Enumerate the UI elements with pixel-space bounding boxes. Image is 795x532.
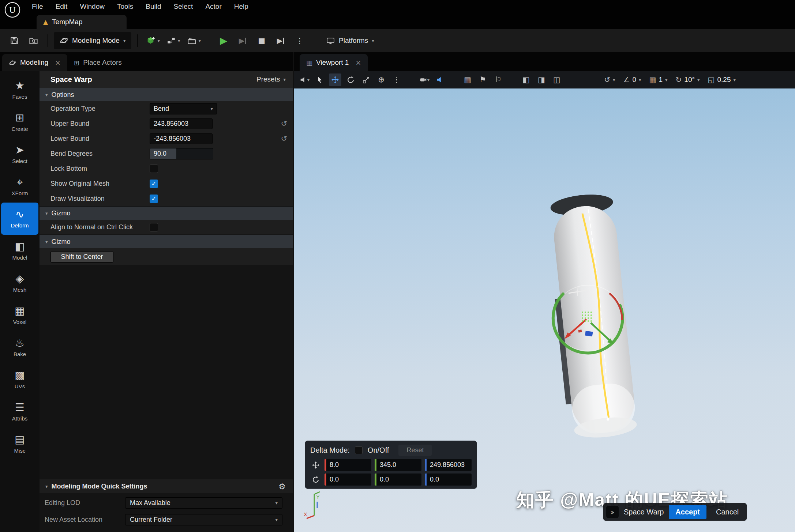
play-options-kebab[interactable]: ⋮: [291, 32, 308, 49]
delta-move-x-input[interactable]: 8.0: [325, 459, 371, 471]
flag-outline-icon[interactable]: ⚐: [492, 73, 505, 86]
sidebar-item-deform[interactable]: ∿Deform: [1, 203, 38, 235]
tab-viewport-1[interactable]: ▦ Viewport 1 ×: [300, 54, 368, 71]
draw-visualization-checkbox[interactable]: [150, 195, 158, 203]
gear-icon[interactable]: ⚙: [278, 482, 286, 491]
tool-accept-bar: » Space Warp Accept Cancel: [603, 503, 747, 521]
menu-window[interactable]: Window: [74, 0, 111, 13]
select-tool-button[interactable]: [314, 73, 326, 86]
surface-snap-dropdown[interactable]: ∠0▾: [623, 75, 641, 84]
section-gizmo-2[interactable]: ▾Gizmo: [40, 235, 293, 248]
platforms-dropdown[interactable]: Platforms ▾: [320, 32, 380, 49]
grid-snap-dropdown[interactable]: ▦1▾: [649, 75, 668, 84]
misc-icon: ▤: [15, 434, 25, 445]
menu-select[interactable]: Select: [168, 0, 199, 13]
menu-build[interactable]: Build: [139, 0, 167, 13]
camera-options-dropdown[interactable]: ▾: [418, 73, 431, 86]
show-original-mesh-checkbox[interactable]: [150, 180, 158, 188]
menu-help[interactable]: Help: [228, 0, 255, 13]
delta-move-y-input[interactable]: 345.0: [375, 459, 421, 471]
ue-logo-icon[interactable]: U: [4, 2, 20, 18]
lock-bottom-checkbox[interactable]: [150, 165, 158, 173]
align-to-normal-checkbox[interactable]: [150, 223, 158, 231]
flag-filled-icon[interactable]: ⚑: [477, 73, 489, 86]
section-options[interactable]: ▾Options: [40, 88, 293, 101]
collapse-triangle-icon: ▾: [45, 239, 48, 245]
delta-move-z-input[interactable]: 249.856003: [425, 459, 472, 471]
split-left-button[interactable]: ◧: [520, 73, 532, 86]
split-right-button[interactable]: ◨: [535, 73, 548, 86]
move-tool-button[interactable]: [329, 73, 341, 86]
content-browser-button[interactable]: [25, 32, 42, 49]
sidebar-item-xform[interactable]: ⌖XForm: [0, 170, 40, 203]
stop-button[interactable]: ■: [253, 32, 270, 49]
tab-tempmap[interactable]: ▲ TempMap: [37, 15, 127, 29]
gizmo-snap-dropdown[interactable]: ↺▾: [604, 75, 615, 84]
grid-icon: ▦: [649, 75, 656, 84]
sidebar-item-voxel[interactable]: ▦Voxel: [0, 299, 40, 331]
editing-lod-dropdown[interactable]: Max Available▾: [125, 497, 282, 509]
reset-to-default-icon[interactable]: ↺: [281, 119, 287, 128]
sidebar-item-mesh[interactable]: ◈Mesh: [0, 267, 40, 299]
play-button[interactable]: ▶: [215, 32, 232, 49]
scale-tool-button[interactable]: [360, 73, 372, 86]
sidebar-item-attribs[interactable]: ☰Attribs: [0, 396, 40, 428]
world-local-toggle[interactable]: ⊕: [375, 73, 387, 86]
reset-to-default-icon[interactable]: ↺: [281, 134, 287, 143]
transform-kebab-icon[interactable]: ⋮: [390, 73, 403, 86]
rotate-tool-button[interactable]: [344, 73, 357, 86]
add-actor-dropdown[interactable]: ▾: [143, 32, 162, 49]
close-icon[interactable]: ×: [355, 59, 361, 67]
editor-mode-dropdown[interactable]: Modeling Mode ▾: [54, 32, 131, 49]
save-button[interactable]: [6, 32, 23, 49]
menu-file[interactable]: File: [26, 0, 49, 13]
close-icon[interactable]: ×: [55, 59, 61, 67]
marquee-select-button[interactable]: ▦: [461, 73, 474, 86]
presets-dropdown[interactable]: Presets▾: [256, 75, 286, 83]
new-asset-location-dropdown[interactable]: Current Folder▾: [125, 514, 282, 525]
bend-degrees-slider[interactable]: 90.0: [150, 148, 213, 159]
chevron-down-icon: ▾: [733, 77, 736, 83]
section-gizmo[interactable]: ▾Gizmo: [40, 206, 293, 220]
sidebar-item-misc[interactable]: ▤Misc: [0, 428, 40, 460]
chevron-down-icon: ▾: [372, 38, 374, 44]
tab-modeling[interactable]: Modeling ×: [2, 54, 67, 71]
sidebar-item-create[interactable]: ⊞Create: [0, 106, 40, 138]
skip-to-next-button[interactable]: ▶: [234, 32, 251, 49]
audio-toggle-button[interactable]: [434, 73, 446, 86]
lower-bound-input[interactable]: [150, 133, 213, 144]
blueprints-dropdown[interactable]: ▾: [164, 32, 183, 49]
sidebar-item-label: UVs: [15, 383, 25, 389]
menu-actor[interactable]: Actor: [199, 0, 228, 13]
shift-to-center-button[interactable]: Shift to Center: [50, 251, 113, 263]
delta-rotate-x-input[interactable]: 0.0: [325, 473, 371, 486]
modeling-tab-icon: [9, 59, 16, 67]
rotation-snap-dropdown[interactable]: ↻10°▾: [676, 75, 700, 84]
tab-place-actors[interactable]: ⊞ Place Actors: [67, 54, 128, 71]
scale-snap-dropdown[interactable]: ◱0.25▾: [708, 75, 736, 84]
menu-tools[interactable]: Tools: [111, 0, 139, 13]
upper-bound-input[interactable]: [150, 118, 213, 129]
delta-rotate-y-input[interactable]: 0.0: [375, 473, 421, 486]
cinematics-dropdown[interactable]: ▾: [185, 32, 203, 49]
cancel-button[interactable]: Cancel: [712, 505, 743, 519]
quick-settings-header[interactable]: ▾ Modeling Mode Quick Settings ⚙: [40, 479, 293, 493]
chevron-down-icon: ▾: [307, 77, 310, 83]
sidebar-item-select[interactable]: ➤Select: [0, 138, 40, 170]
viewport-3d-canvas[interactable]: Delta Mode: On/Off Reset 8.0 345.0 249.8…: [294, 88, 795, 532]
menu-edit[interactable]: Edit: [49, 0, 74, 13]
selection-mode-dropdown[interactable]: ▾: [298, 73, 311, 86]
sidebar-item-bake[interactable]: ♨Bake: [0, 331, 40, 363]
sidebar-item-uvs[interactable]: ▩UVs: [0, 363, 40, 396]
speaker-icon: [299, 76, 307, 84]
delta-reset-button[interactable]: Reset: [398, 445, 432, 456]
sidebar-item-model[interactable]: ◧Model: [0, 235, 40, 267]
accept-button[interactable]: Accept: [669, 505, 706, 519]
delta-rotate-z-input[interactable]: 0.0: [425, 473, 472, 486]
speaker-icon: [436, 76, 444, 84]
delta-mode-checkbox[interactable]: [355, 446, 363, 454]
sidebar-item-faves[interactable]: ★Faves: [0, 74, 40, 106]
step-frame-button[interactable]: ▶: [272, 32, 289, 49]
operation-type-dropdown[interactable]: Bend▾: [150, 103, 217, 114]
split-center-button[interactable]: ◫: [551, 73, 563, 86]
